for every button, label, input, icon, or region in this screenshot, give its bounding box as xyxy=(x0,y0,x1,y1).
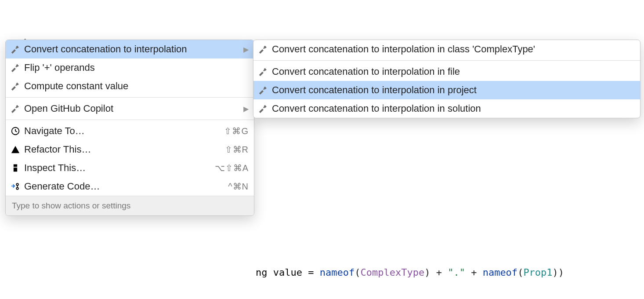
chevron-right-icon: ▶ xyxy=(243,105,249,113)
menu-label: Generate Code… xyxy=(24,181,224,192)
svg-point-4 xyxy=(16,187,18,190)
clock-icon xyxy=(10,126,21,136)
menu-label: Convert concatenation to interpolation i… xyxy=(272,66,635,77)
hammer-icon xyxy=(10,62,21,73)
hammer-icon xyxy=(258,66,268,77)
menu-item[interactable]: Inspect This…⌥⇧⌘A xyxy=(6,159,254,177)
inspect-icon xyxy=(10,163,21,173)
svg-rect-2 xyxy=(14,168,17,171)
menu-item[interactable]: Convert concatenation to interpolation i… xyxy=(253,99,640,118)
actions-submenu: Convert concatenation to interpolation i… xyxy=(253,40,640,118)
menu-separator xyxy=(6,97,254,98)
menu-item[interactable]: Open GitHub Copilot▶ xyxy=(6,99,254,118)
menu-item[interactable]: Navigate To…⇧⌘G xyxy=(6,122,254,140)
hammer-icon xyxy=(10,44,21,55)
hammer-icon xyxy=(258,85,268,95)
gen-icon xyxy=(10,181,21,192)
menu-footer[interactable]: Type to show actions or settings xyxy=(6,196,254,215)
triangle-icon xyxy=(10,144,21,155)
hammer-icon xyxy=(10,103,21,114)
chevron-right-icon: ▶ xyxy=(243,45,249,54)
svg-point-3 xyxy=(16,183,18,186)
menu-shortcut: ^⌘N xyxy=(228,181,249,192)
menu-item[interactable]: Convert concatenation to interpolation▶ xyxy=(6,40,254,58)
hammer-icon xyxy=(10,81,21,91)
menu-label: Navigate To… xyxy=(24,125,221,137)
editor-viewport: { "code": { "attr1":"DebuggerDisplay", "… xyxy=(0,0,644,299)
menu-label: Open GitHub Copilot xyxy=(24,103,237,114)
menu-item[interactable]: Convert concatenation to interpolation i… xyxy=(253,62,640,81)
menu-shortcut: ⇧⌘G xyxy=(224,126,249,136)
hammer-icon xyxy=(258,44,268,55)
menu-item[interactable]: Convert concatenation to interpolation i… xyxy=(253,40,640,58)
actions-menu: Convert concatenation to interpolation▶F… xyxy=(5,40,254,216)
hammer-icon xyxy=(258,103,268,114)
menu-shortcut: ⌥⇧⌘A xyxy=(215,163,249,173)
menu-item[interactable]: Generate Code…^⌘N xyxy=(6,177,254,196)
menu-separator xyxy=(253,60,640,61)
menu-label: Convert concatenation to interpolation i… xyxy=(272,44,635,55)
menu-shortcut: ⇧⌘R xyxy=(225,144,249,155)
menu-label: Convert concatenation to interpolation xyxy=(24,44,237,55)
menu-label: Compute constant value xyxy=(24,80,249,92)
menu-label: Refactor This… xyxy=(24,144,221,155)
menu-label: Inspect This… xyxy=(24,162,211,174)
menu-separator xyxy=(6,120,254,120)
menu-item[interactable]: Compute constant value xyxy=(6,77,254,95)
menu-item[interactable]: Refactor This…⇧⌘R xyxy=(6,140,254,159)
menu-item[interactable]: Flip '+' operands xyxy=(6,58,254,77)
menu-item[interactable]: Convert concatenation to interpolation i… xyxy=(253,81,640,99)
svg-rect-1 xyxy=(14,164,17,167)
menu-label: Flip '+' operands xyxy=(24,62,249,73)
menu-label: Convert concatenation to interpolation i… xyxy=(272,84,635,96)
menu-label: Convert concatenation to interpolation i… xyxy=(272,103,635,114)
